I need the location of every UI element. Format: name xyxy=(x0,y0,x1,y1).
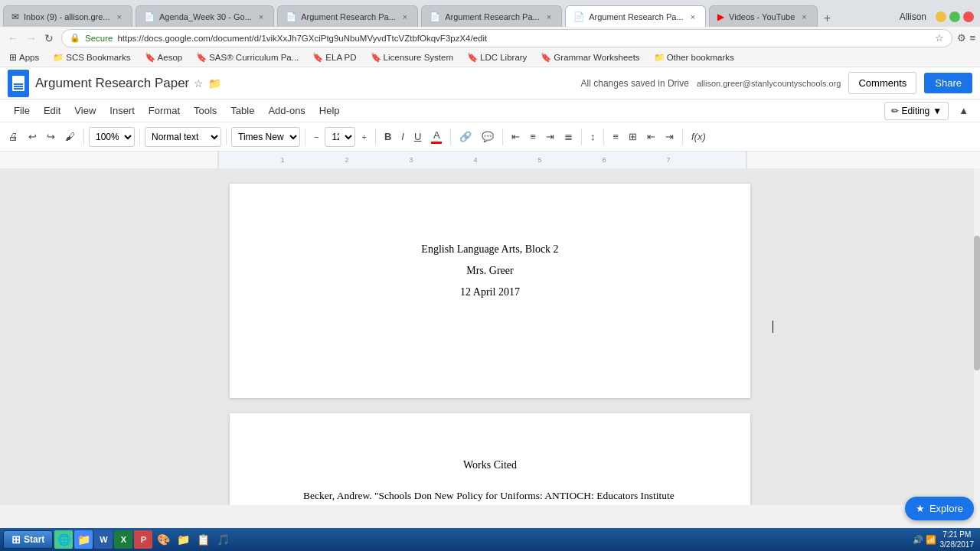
font-selector[interactable]: Times New... xyxy=(231,127,300,147)
increase-font-button[interactable]: + xyxy=(358,130,370,144)
undo-button[interactable]: ↩ xyxy=(24,129,41,145)
new-tab-button[interactable]: + xyxy=(821,11,834,25)
star-button[interactable]: ☆ xyxy=(194,77,204,90)
taskbar-excel-icon[interactable]: X xyxy=(114,530,132,549)
bookmark-ldc[interactable]: 🔖 LDC Library xyxy=(462,51,531,64)
tab-youtube[interactable]: ▶ Videos - YouTube × xyxy=(709,5,818,27)
menu-button[interactable]: ≡ xyxy=(969,32,975,44)
bookmark-other[interactable]: 📁 Other bookmarks xyxy=(649,51,739,64)
bookmark-scs[interactable]: 📁 SCS Bookmarks xyxy=(48,51,135,64)
formula-button[interactable]: f(x) xyxy=(688,129,710,145)
tab-close-gmail[interactable]: × xyxy=(115,11,124,22)
line-spacing-button[interactable]: ↕ xyxy=(586,129,599,145)
tab-close-youtube[interactable]: × xyxy=(799,11,808,22)
address-bar[interactable]: 🔒 Secure https://docs.google.com/documen… xyxy=(61,29,952,47)
menu-view[interactable]: View xyxy=(68,102,102,119)
menu-file[interactable]: File xyxy=(8,102,36,119)
align-justify-button[interactable]: ≣ xyxy=(560,129,577,145)
align-center-button[interactable]: ≡ xyxy=(526,129,540,145)
scroll-thumb[interactable] xyxy=(974,236,980,370)
taskbar-folder-icon[interactable]: 📁 xyxy=(174,530,192,549)
tab-close-arg3[interactable]: × xyxy=(688,11,697,22)
tab-gmail[interactable]: ✉ Inbox (9) - allison.gre... × xyxy=(3,5,132,27)
taskbar-powerpoint-icon[interactable]: P xyxy=(134,530,152,549)
text-color-label: A xyxy=(433,129,440,141)
bulleted-list-button[interactable]: ⊞ xyxy=(625,129,641,145)
taskbar-word-icon[interactable]: W xyxy=(94,530,113,549)
user-profile[interactable]: Allison xyxy=(900,11,926,22)
bookmark-licensure[interactable]: 🔖 Licensure System xyxy=(366,51,458,64)
extensions-button[interactable]: ⚙ xyxy=(957,32,966,44)
bookmark-ela[interactable]: 🔖 ELA PD xyxy=(308,51,361,64)
tab-title-arg1: Argument Research Pa... xyxy=(301,12,396,21)
folder-move-button[interactable]: 📁 xyxy=(208,77,221,90)
bookmark-sas[interactable]: 🔖 SAS® Curriculum Pa... xyxy=(191,51,303,64)
bookmark-star-icon[interactable]: ☆ xyxy=(935,32,944,44)
menu-edit[interactable]: Edit xyxy=(38,102,67,119)
tab-title-gmail: Inbox (9) - allison.gre... xyxy=(24,12,110,21)
back-button[interactable]: ← xyxy=(5,31,21,46)
document-page-1[interactable]: English Language Arts, Block 2 Mrs. Gree… xyxy=(230,184,750,398)
tab-arg1[interactable]: 📄 Argument Research Pa... × xyxy=(277,5,418,27)
taskbar-paint-icon[interactable]: 🎨 xyxy=(154,530,172,549)
menu-addons[interactable]: Add-ons xyxy=(262,102,311,119)
document-title[interactable]: Argument Research Paper xyxy=(35,76,189,91)
redo-button[interactable]: ↪ xyxy=(43,129,59,145)
paragraph-style-selector[interactable]: Normal text xyxy=(145,127,221,147)
user-account-display: allison.greer@stanlycountyschools.org xyxy=(697,79,841,88)
maximize-button[interactable] xyxy=(949,11,960,22)
docs-header: Argument Research Paper ☆ 📁 All changes … xyxy=(0,67,980,99)
decrease-indent-button[interactable]: ⇤ xyxy=(643,129,659,145)
taskbar-chrome-icon[interactable]: 🌐 xyxy=(54,530,73,549)
sep6 xyxy=(450,129,451,145)
forward-button[interactable]: → xyxy=(23,31,40,46)
menu-help[interactable]: Help xyxy=(313,102,346,119)
editing-mode-button[interactable]: ✏ Editing ▼ xyxy=(884,102,949,120)
taskbar-media-icon[interactable]: 🎵 xyxy=(214,530,232,549)
italic-button[interactable]: I xyxy=(397,129,408,145)
underline-button[interactable]: U xyxy=(410,129,425,145)
bookmark-ela-label: ELA PD xyxy=(325,53,356,62)
zoom-selector[interactable]: 100% xyxy=(89,127,135,147)
taskbar-explorer-icon[interactable]: 📁 xyxy=(74,530,93,549)
menu-table[interactable]: Table xyxy=(224,102,260,119)
comments-button[interactable]: Comments xyxy=(848,72,916,94)
comment-inline-button[interactable]: 💬 xyxy=(478,129,498,145)
bookmark-grammar[interactable]: 🔖 Grammar Worksheets xyxy=(536,51,644,64)
reload-button[interactable]: ↻ xyxy=(41,31,57,46)
paint-format-button[interactable]: 🖌 xyxy=(61,129,79,145)
document-area[interactable]: English Language Arts, Block 2 Mrs. Gree… xyxy=(0,168,980,505)
decrease-font-button[interactable]: − xyxy=(310,130,322,144)
increase-indent-button[interactable]: ⇥ xyxy=(662,129,678,145)
close-button[interactable] xyxy=(963,11,974,22)
start-button[interactable]: ⊞ Start xyxy=(3,530,53,549)
print-button[interactable]: 🖨 xyxy=(5,129,22,145)
bold-button[interactable]: B xyxy=(381,129,395,145)
share-button[interactable]: Share xyxy=(924,73,972,93)
tab-arg2[interactable]: 📄 Argument Research Pa... × xyxy=(421,5,562,27)
align-right-button[interactable]: ⇥ xyxy=(542,129,558,145)
menu-format[interactable]: Format xyxy=(142,102,186,119)
tab-close-arg1[interactable]: × xyxy=(400,11,410,22)
document-page-2[interactable]: Works Cited Becker, Andrew. "Schools Don… xyxy=(230,413,750,505)
scroll-track[interactable] xyxy=(974,168,980,505)
explore-button[interactable]: ★ Explore xyxy=(905,497,974,520)
minimize-button[interactable] xyxy=(936,11,946,22)
sep3 xyxy=(226,129,227,145)
menu-insert[interactable]: Insert xyxy=(103,102,141,119)
collapse-toolbar-button[interactable]: ▲ xyxy=(955,103,972,119)
font-size-selector[interactable]: 12 xyxy=(325,127,355,147)
bookmark-apps[interactable]: ⊞ Apps xyxy=(5,51,44,64)
tab-close-arg2[interactable]: × xyxy=(544,11,554,22)
link-button[interactable]: 🔗 xyxy=(456,129,475,145)
text-color-button[interactable]: A xyxy=(427,127,446,146)
tab-agenda[interactable]: 📄 Agenda_Week 30 - Go... × xyxy=(136,5,274,27)
color-underline xyxy=(431,142,442,144)
tab-arg3-active[interactable]: 📄 Argument Research Pa... × xyxy=(565,5,706,27)
bookmark-aesop[interactable]: 🔖 Aesop xyxy=(140,51,188,64)
taskbar-notepad-icon[interactable]: 📋 xyxy=(194,530,212,549)
align-left-button[interactable]: ⇤ xyxy=(508,129,524,145)
tab-close-agenda[interactable]: × xyxy=(256,11,266,22)
menu-tools[interactable]: Tools xyxy=(188,102,223,119)
numbered-list-button[interactable]: ≡ xyxy=(609,129,622,145)
